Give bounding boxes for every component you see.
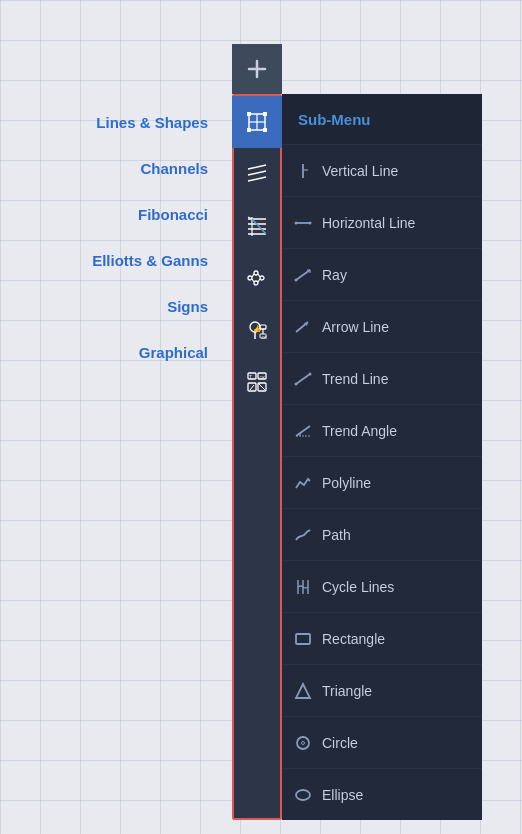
- vertical-line-icon: [294, 162, 312, 180]
- label-fibonacci: Fibonacci: [0, 192, 220, 238]
- menu-item-path[interactable]: Path: [282, 508, 482, 560]
- svg-line-55: [296, 426, 310, 436]
- svg-point-53: [295, 382, 298, 385]
- svg-text:OK: OK: [262, 335, 268, 340]
- menu-item-vertical-line[interactable]: Vertical Line: [282, 144, 482, 196]
- svg-point-45: [309, 221, 312, 224]
- triangle-icon: [294, 682, 312, 700]
- menu-item-ray[interactable]: Ray: [282, 248, 482, 300]
- ray-icon: [294, 266, 312, 284]
- icon-lines-shapes[interactable]: [232, 96, 282, 148]
- svg-line-21: [252, 274, 254, 277]
- menu-item-circle[interactable]: Circle: [282, 716, 482, 768]
- vertical-line-label: Vertical Line: [322, 163, 398, 179]
- label-lines-shapes: Lines & Shapes: [0, 100, 220, 146]
- menu-item-ellipse[interactable]: Ellipse: [282, 768, 482, 820]
- svg-rect-5: [247, 112, 251, 116]
- svg-line-38: [250, 385, 254, 390]
- svg-point-47: [295, 278, 298, 281]
- icon-fibonacci[interactable]: [232, 200, 282, 252]
- submenu-title: Sub-Menu: [298, 111, 371, 128]
- svg-line-22: [258, 274, 260, 277]
- icon-channels[interactable]: [232, 148, 282, 200]
- add-button[interactable]: [232, 44, 282, 94]
- path-icon: [294, 526, 312, 544]
- label-channels: Channels: [0, 146, 220, 192]
- arrow-line-icon: [294, 318, 312, 336]
- circle-icon: [294, 734, 312, 752]
- svg-text:OK: OK: [260, 375, 266, 380]
- svg-line-24: [252, 279, 254, 282]
- icon-graphical[interactable]: T OK: [232, 356, 282, 408]
- trend-line-icon: [294, 370, 312, 388]
- label-signs: Signs: [0, 284, 220, 330]
- svg-rect-57: [296, 634, 310, 644]
- svg-line-9: [248, 165, 266, 169]
- horizontal-line-label: Horizontal Line: [322, 215, 415, 231]
- rectangle-label: Rectangle: [322, 631, 385, 647]
- rectangle-icon: [294, 630, 312, 648]
- category-labels: Lines & Shapes Channels Fibonacci Elliot…: [0, 100, 220, 376]
- menu-item-triangle[interactable]: Triangle: [282, 664, 482, 716]
- triangle-label: Triangle: [322, 683, 372, 699]
- path-label: Path: [322, 527, 351, 543]
- icon-elliotts-ganns[interactable]: [232, 252, 282, 304]
- svg-rect-8: [263, 128, 267, 132]
- polyline-icon: [294, 474, 312, 492]
- svg-point-60: [302, 741, 305, 744]
- label-graphical: Graphical: [0, 330, 220, 376]
- arrow-line-label: Arrow Line: [322, 319, 389, 335]
- svg-point-44: [295, 221, 298, 224]
- trend-line-label: Trend Line: [322, 371, 388, 387]
- ray-label: Ray: [322, 267, 347, 283]
- svg-rect-7: [247, 128, 251, 132]
- ellipse-icon: [294, 786, 312, 804]
- svg-line-10: [248, 171, 266, 175]
- svg-point-59: [297, 737, 309, 749]
- svg-line-23: [258, 279, 260, 282]
- icon-signs[interactable]: 👍 OK: [232, 304, 282, 356]
- menu-item-arrow-line[interactable]: Arrow Line: [282, 300, 482, 352]
- trend-angle-label: Trend Angle: [322, 423, 397, 439]
- svg-line-40: [258, 383, 266, 391]
- svg-text:T: T: [249, 374, 252, 380]
- cycle-lines-icon: [294, 578, 312, 596]
- menu-item-trend-line[interactable]: Trend Line: [282, 352, 482, 404]
- menu-item-horizontal-line[interactable]: Horizontal Line: [282, 196, 482, 248]
- svg-line-11: [248, 177, 266, 181]
- menu-item-cycle-lines[interactable]: Cycle Lines: [282, 560, 482, 612]
- svg-point-19: [260, 276, 264, 280]
- cycle-lines-label: Cycle Lines: [322, 579, 394, 595]
- horizontal-line-icon: [294, 214, 312, 232]
- submenu-column: Sub-Menu Vertical Line Horizontal Lin: [282, 94, 482, 820]
- main-panel: 👍 OK T OK Sub: [232, 94, 482, 820]
- label-elliotts-ganns: Elliotts & Ganns: [0, 238, 220, 284]
- svg-line-46: [296, 270, 310, 280]
- submenu-header: Sub-Menu: [282, 94, 482, 144]
- icon-column: 👍 OK T OK: [232, 94, 282, 820]
- svg-rect-6: [263, 112, 267, 116]
- svg-line-52: [296, 374, 310, 384]
- svg-point-20: [254, 281, 258, 285]
- menu-item-polyline[interactable]: Polyline: [282, 456, 482, 508]
- svg-point-63: [296, 790, 310, 800]
- svg-point-54: [309, 372, 312, 375]
- circle-label: Circle: [322, 735, 358, 751]
- menu-item-trend-angle[interactable]: Trend Angle: [282, 404, 482, 456]
- svg-marker-58: [296, 684, 310, 698]
- svg-point-17: [248, 276, 252, 280]
- svg-point-18: [254, 271, 258, 275]
- menu-item-rectangle[interactable]: Rectangle: [282, 612, 482, 664]
- ellipse-label: Ellipse: [322, 787, 363, 803]
- polyline-label: Polyline: [322, 475, 371, 491]
- trend-angle-icon: [294, 422, 312, 440]
